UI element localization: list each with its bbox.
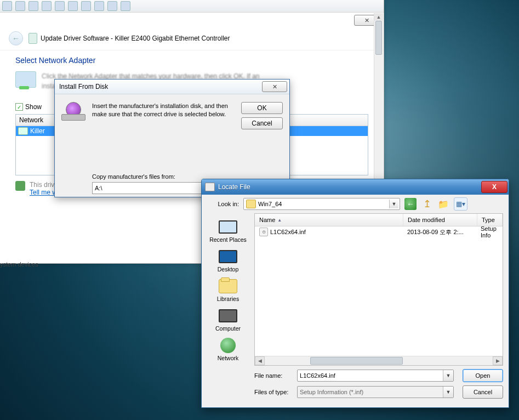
- places-bar: Recent Places Desktop Libraries Computer…: [202, 213, 254, 366]
- places-recent[interactable]: Recent Places: [206, 217, 250, 245]
- mmc-toolbar: [0, 0, 384, 13]
- places-computer[interactable]: Computer: [206, 305, 250, 334]
- install-from-disk-title: Install From Disk: [59, 83, 108, 90]
- places-network[interactable]: Network: [206, 335, 250, 364]
- nav-back-button[interactable]: ←: [404, 198, 417, 210]
- toolbar-icon[interactable]: [107, 1, 117, 11]
- scroll-left-arrow-icon[interactable]: ◀: [255, 356, 265, 365]
- file-list[interactable]: Name ▲ Date modified Type ⚙ L1C62x64.inf…: [254, 213, 503, 366]
- toolbar-icon[interactable]: [81, 1, 91, 11]
- scroll-right-arrow-icon[interactable]: ▶: [493, 356, 503, 365]
- horizontal-scrollbar[interactable]: ◀ ▶: [255, 356, 503, 365]
- cancel-button[interactable]: Cancel: [463, 385, 503, 399]
- toolbar-icon[interactable]: [68, 1, 78, 11]
- libraries-icon: [219, 279, 237, 293]
- dropdown-arrow-icon[interactable]: ▼: [443, 387, 453, 398]
- filename-combobox[interactable]: L1C62x64.inf ▼: [297, 370, 454, 382]
- nav-new-folder-button[interactable]: 📁: [437, 198, 449, 210]
- scroll-thumb[interactable]: [310, 357, 402, 365]
- file-type: Setup Info: [476, 225, 503, 239]
- places-label: Desktop: [218, 266, 239, 273]
- file-name: L1C62x64.inf: [270, 229, 306, 235]
- filename-label: File name:: [254, 372, 293, 379]
- adapter-item-icon: [18, 127, 28, 135]
- show-compatible-label: Show: [25, 103, 42, 111]
- network-adapter-icon: [15, 71, 36, 88]
- lookin-combobox[interactable]: Win7_64 ▼: [243, 198, 400, 210]
- col-date[interactable]: Date modified: [403, 214, 477, 226]
- dropdown-arrow-icon[interactable]: ▼: [443, 370, 453, 381]
- toolbar-icon[interactable]: [42, 1, 52, 11]
- places-libraries[interactable]: Libraries: [206, 276, 250, 304]
- places-label: Network: [218, 355, 239, 361]
- scroll-thumb[interactable]: [375, 21, 382, 55]
- toolbar-icon[interactable]: [55, 1, 65, 11]
- device-icon: [28, 33, 37, 44]
- locate-file-dialog: Locate File X Look in: Win7_64 ▼ ← ↥ 📁 ▦…: [201, 179, 509, 408]
- filetype-combobox[interactable]: Setup Information (*.inf) ▼: [297, 386, 454, 398]
- ifd-ok-button[interactable]: OK: [241, 102, 283, 114]
- inf-file-icon: ⚙: [259, 228, 268, 236]
- open-button[interactable]: Open: [463, 369, 503, 382]
- show-compatible-checkbox[interactable]: ✓: [15, 103, 23, 111]
- filename-value: L1C62x64.inf: [300, 372, 335, 379]
- dropdown-arrow-icon[interactable]: ▼: [389, 200, 398, 208]
- recent-places-icon: [219, 220, 237, 234]
- nav-up-button[interactable]: ↥: [421, 198, 433, 210]
- toolbar-icon[interactable]: [28, 1, 38, 11]
- shield-icon: [15, 181, 25, 191]
- file-list-header[interactable]: Name ▲ Date modified Type: [255, 214, 503, 226]
- ifd-cancel-button[interactable]: Cancel: [241, 117, 283, 129]
- toolbar-icon[interactable]: [15, 1, 25, 11]
- wizard-heading: Select Network Adapter: [15, 56, 368, 65]
- folder-icon: [246, 200, 256, 208]
- sort-asc-icon: ▲: [277, 218, 282, 223]
- toolbar-icon[interactable]: [2, 1, 12, 11]
- col-name[interactable]: Name ▲: [255, 214, 403, 226]
- col-name-label: Name: [259, 217, 275, 223]
- places-label: Computer: [215, 325, 241, 332]
- floppy-disk-icon: [61, 102, 84, 121]
- network-icon: [220, 338, 236, 353]
- lookin-value: Win7_64: [258, 201, 282, 207]
- file-row[interactable]: ⚙ L1C62x64.inf 2013-08-09 오후 2:... Setup…: [255, 226, 503, 237]
- ifd-message-line: Insert the manufacturer's installation d…: [92, 102, 233, 110]
- locate-file-title: Locate File: [218, 183, 250, 191]
- places-label: Libraries: [217, 296, 239, 302]
- col-type[interactable]: Type: [477, 214, 503, 226]
- back-button[interactable]: ←: [9, 31, 23, 46]
- file-date: 2013-08-09 오후 2:...: [403, 228, 476, 236]
- lookin-label: Look in:: [207, 201, 239, 207]
- scroll-up-arrow-icon[interactable]: ▲: [374, 13, 383, 21]
- install-from-disk-close-button[interactable]: ✕: [262, 81, 287, 92]
- nav-view-menu-button[interactable]: ▦▾: [454, 197, 467, 211]
- filetype-label: Files of type:: [254, 389, 293, 395]
- dialog-icon: [205, 183, 215, 191]
- wizard-title: Update Driver Software - Killer E2400 Gi…: [41, 35, 230, 42]
- toolbar-icon[interactable]: [94, 1, 104, 11]
- places-label: Recent Places: [209, 236, 247, 243]
- computer-icon: [219, 309, 237, 322]
- ifd-message-line: make sure that the correct drive is sele…: [92, 110, 233, 118]
- adapter-item-label: Killer: [30, 127, 45, 135]
- tree-stem-label: ystem devices: [0, 261, 38, 268]
- toolbar-icon[interactable]: [121, 1, 130, 11]
- filetype-value: Setup Information (*.inf): [300, 389, 363, 395]
- places-desktop[interactable]: Desktop: [206, 246, 250, 275]
- locate-titlebar[interactable]: Locate File X: [202, 179, 509, 195]
- locate-close-button[interactable]: X: [481, 181, 507, 193]
- desktop-icon: [219, 250, 237, 263]
